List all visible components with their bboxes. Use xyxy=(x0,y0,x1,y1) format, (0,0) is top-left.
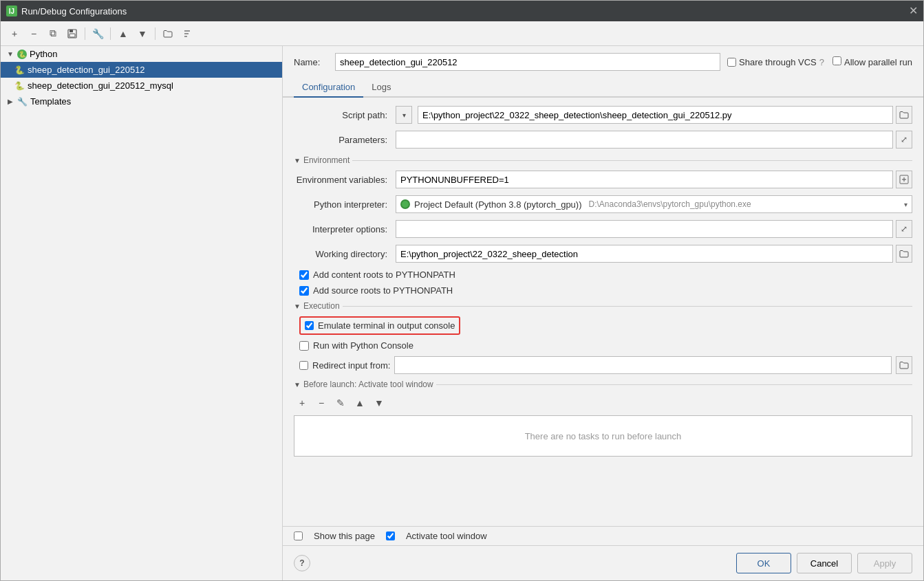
interpreter-label: Python interpreter: xyxy=(294,199,390,210)
run-python-console-checkbox[interactable] xyxy=(299,341,309,351)
execution-section-title: Execution xyxy=(303,301,340,311)
add-source-roots-checkbox[interactable] xyxy=(299,286,309,296)
tab-configuration[interactable]: Configuration xyxy=(294,78,363,98)
move-down-button[interactable]: ▼ xyxy=(134,25,151,42)
parameters-input[interactable] xyxy=(396,131,893,149)
bottom-checkboxes: Show this page Activate tool window xyxy=(283,526,923,545)
script-path-browse-btn[interactable] xyxy=(896,106,912,124)
cancel-button[interactable]: Cancel xyxy=(797,553,852,573)
other-config-item[interactable]: 🐍 sheep_detection_gui_220512_mysql xyxy=(1,78,282,94)
name-label: Name: xyxy=(294,57,328,67)
working-directory-browse-btn[interactable] xyxy=(896,245,912,263)
add-content-roots-row: Add content roots to PYTHONPATH xyxy=(294,270,912,280)
sort-button[interactable] xyxy=(179,25,195,42)
working-directory-input[interactable] xyxy=(396,245,893,263)
interpreter-options-expand-btn[interactable]: ⤢ xyxy=(896,220,912,238)
close-icon[interactable]: ✕ xyxy=(909,6,918,17)
svg-rect-2 xyxy=(69,34,75,37)
activate-window-label[interactable]: Activate tool window xyxy=(406,531,487,541)
share-vcs-checkbox[interactable] xyxy=(727,58,736,67)
emulate-terminal-container: Emulate terminal in output console xyxy=(294,316,912,335)
tabs-bar: Configuration Logs xyxy=(283,78,923,98)
parameters-label: Parameters: xyxy=(294,135,390,145)
share-vcs-label: Share through VCS xyxy=(739,57,817,67)
templates-item[interactable]: ▶ 🔧 Templates xyxy=(1,94,282,109)
script-path-type-dropdown[interactable]: ▾ xyxy=(396,106,412,124)
config-area: Script path: ▾ Parameters: ⤢ xyxy=(283,98,923,526)
toolbar-separator xyxy=(85,28,85,40)
before-launch-list: There are no tasks to run before launch xyxy=(294,415,912,457)
environment-section-line xyxy=(352,160,912,161)
add-source-roots-label[interactable]: Add source roots to PYTHONPATH xyxy=(313,285,453,296)
name-row: Name: Share through VCS ? Allow parallel… xyxy=(283,46,923,78)
env-variables-input[interactable] xyxy=(396,171,893,188)
before-launch-section: ▼ Before launch: Activate tool window + … xyxy=(294,380,912,457)
help-button[interactable]: ? xyxy=(294,555,310,571)
interpreter-options-row: Interpreter options: ⤢ xyxy=(294,220,912,238)
emulate-terminal-checkbox[interactable] xyxy=(305,321,314,330)
run-python-console-label[interactable]: Run with Python Console xyxy=(313,340,413,351)
redirect-input-row: Redirect input from: xyxy=(294,356,912,374)
add-content-roots-checkbox[interactable] xyxy=(299,270,309,280)
name-input[interactable] xyxy=(335,53,720,71)
working-directory-container xyxy=(396,245,912,263)
run-python-console-row: Run with Python Console xyxy=(294,340,912,351)
before-launch-add-btn[interactable]: + xyxy=(294,395,310,411)
redirect-input-checkbox[interactable] xyxy=(299,361,308,370)
environment-section-arrow[interactable]: ▼ xyxy=(294,157,301,164)
before-launch-up-btn[interactable]: ▲ xyxy=(352,395,368,411)
selected-config-item[interactable]: 🐍 sheep_detection_gui_220512 xyxy=(1,62,282,78)
before-launch-arrow[interactable]: ▼ xyxy=(294,381,301,388)
script-path-input[interactable] xyxy=(418,106,893,124)
execution-section-arrow[interactable]: ▼ xyxy=(294,303,301,310)
interpreter-dropdown[interactable]: Project Default (Python 3.8 (pytorch_gpu… xyxy=(396,195,912,213)
before-launch-down-btn[interactable]: ▼ xyxy=(371,395,387,411)
settings-button[interactable]: 🔧 xyxy=(89,25,106,42)
save-button[interactable] xyxy=(64,25,80,42)
environment-section-header: ▼ Environment xyxy=(294,155,912,165)
before-launch-remove-btn[interactable]: − xyxy=(313,395,330,411)
parameters-expand-btn[interactable]: ⤢ xyxy=(896,131,912,149)
move-up-button[interactable]: ▲ xyxy=(115,25,131,42)
interpreter-options-input[interactable] xyxy=(396,220,893,238)
allow-parallel-label: Allow parallel run xyxy=(844,57,912,67)
interpreter-status-icon xyxy=(400,199,410,209)
script-path-label: Script path: xyxy=(294,110,390,120)
redirect-input-label[interactable]: Redirect input from: xyxy=(312,360,390,371)
env-variables-row: Environment variables: xyxy=(294,171,912,188)
python-group-label: Python xyxy=(30,49,57,59)
run-debug-dialog: IJ Run/Debug Configurations ✕ + − ⧉ 🔧 ▲ … xyxy=(0,0,924,581)
emulate-terminal-label[interactable]: Emulate terminal in output console xyxy=(318,320,455,331)
templates-label: Templates xyxy=(30,96,71,107)
python-group-icon: 🐍 xyxy=(17,50,27,59)
tab-logs[interactable]: Logs xyxy=(363,78,399,98)
remove-button[interactable]: − xyxy=(25,25,42,42)
add-source-roots-row: Add source roots to PYTHONPATH xyxy=(294,285,912,296)
before-launch-title: Before launch: Activate tool window xyxy=(303,380,433,389)
interpreter-path: D:\Anaconda3\envs\pytorch_gpu\python.exe xyxy=(589,199,751,209)
add-button[interactable]: + xyxy=(6,25,23,42)
redirect-input-field[interactable] xyxy=(394,356,892,374)
add-content-roots-label[interactable]: Add content roots to PYTHONPATH xyxy=(313,270,455,280)
toolbar-separator-3 xyxy=(155,28,155,40)
show-page-label[interactable]: Show this page xyxy=(314,531,375,541)
interpreter-row: Python interpreter: Project Default (Pyt… xyxy=(294,195,912,213)
left-panel: ▼ 🐍 Python 🐍 sheep_detection_gui_220512 … xyxy=(1,46,283,580)
redirect-input-browse-btn[interactable] xyxy=(896,356,912,374)
share-vcs-help-icon[interactable]: ? xyxy=(819,57,824,67)
activate-window-checkbox[interactable] xyxy=(386,531,395,540)
ok-button[interactable]: OK xyxy=(736,553,791,573)
before-launch-edit-btn[interactable]: ✎ xyxy=(332,395,349,411)
execution-section-header: ▼ Execution xyxy=(294,301,912,311)
apply-button[interactable]: Apply xyxy=(857,553,912,573)
allow-parallel-checkbox[interactable] xyxy=(832,56,841,65)
app-icon: IJ xyxy=(6,6,17,17)
show-page-checkbox[interactable] xyxy=(294,531,303,540)
before-launch-toolbar: + − ✎ ▲ ▼ xyxy=(294,395,912,411)
svg-rect-1 xyxy=(69,30,73,32)
python-group-item[interactable]: ▼ 🐍 Python xyxy=(1,46,282,62)
env-variables-expand-btn[interactable] xyxy=(896,171,912,188)
folder-button[interactable] xyxy=(160,25,176,42)
copy-button[interactable]: ⧉ xyxy=(45,25,61,42)
right-panel: Name: Share through VCS ? Allow parallel… xyxy=(283,46,923,580)
